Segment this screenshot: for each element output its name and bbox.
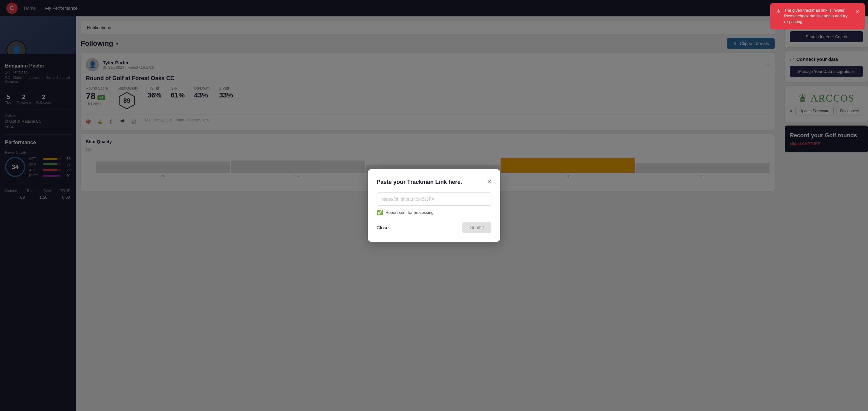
trackman-link-input[interactable] — [377, 192, 491, 205]
check-icon: ✅ — [377, 210, 383, 215]
modal-close-text-button[interactable]: Close — [377, 225, 389, 230]
modal-title: Paste your Trackman Link here. — [377, 179, 462, 186]
modal-header: Paste your Trackman Link here. × — [377, 178, 491, 186]
modal-overlay[interactable]: Paste your Trackman Link here. × ✅ Repor… — [0, 0, 868, 411]
warning-icon: ⚠ — [776, 7, 781, 15]
modal-submit-button[interactable]: Submit — [462, 222, 491, 233]
success-text: Report sent for processing — [385, 210, 433, 215]
error-toast: ⚠ The given trackman link is invalid. Pl… — [770, 3, 865, 29]
error-toast-close[interactable]: × — [856, 7, 859, 15]
modal-actions: Close Submit — [377, 222, 491, 233]
success-message: ✅ Report sent for processing — [377, 210, 491, 215]
trackman-modal: Paste your Trackman Link here. × ✅ Repor… — [368, 169, 500, 242]
modal-close-button[interactable]: × — [487, 178, 491, 186]
error-message: The given trackman link is invalid. Plea… — [784, 7, 852, 25]
